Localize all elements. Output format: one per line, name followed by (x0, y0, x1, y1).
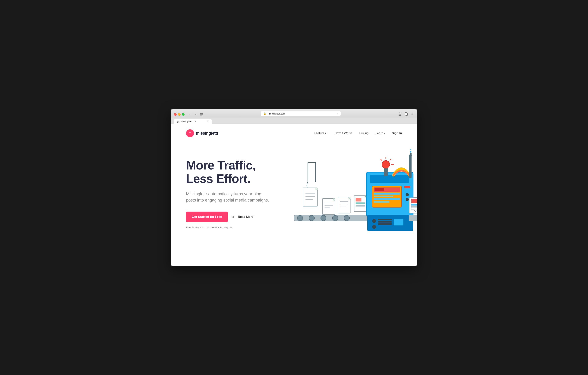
chevron-down-icon-2: ▾ (384, 132, 385, 135)
svg-rect-57 (404, 186, 410, 188)
traffic-lights (174, 113, 185, 116)
svg-point-41 (382, 160, 390, 168)
svg-rect-47 (410, 153, 411, 157)
logo[interactable]: " missinglettr (186, 129, 218, 137)
svg-point-49 (410, 149, 411, 150)
logo-icon: " (186, 129, 194, 137)
svg-rect-36 (356, 205, 365, 207)
svg-rect-0 (200, 113, 203, 114)
svg-point-9 (309, 215, 315, 221)
chevron-down-icon: ▾ (326, 132, 328, 135)
nav-item-pricing[interactable]: Pricing (359, 132, 369, 135)
svg-rect-34 (356, 198, 361, 201)
svg-rect-39 (370, 175, 409, 183)
svg-rect-66 (394, 219, 403, 225)
svg-line-43 (390, 159, 391, 160)
nav-label-how-it-works: How It Works (335, 132, 353, 135)
url-text: missinglettr.com (268, 112, 285, 115)
page-content: " missinglettr Features ▾ How It Works (171, 124, 417, 266)
svg-rect-4 (405, 113, 407, 115)
hero-or-text: or (231, 215, 234, 219)
forward-button[interactable]: › (193, 112, 198, 116)
tab-close-icon[interactable]: ✕ (207, 120, 209, 123)
svg-text:": " (189, 131, 191, 135)
hero-title-line1: More Traffic, (186, 158, 256, 172)
svg-rect-2 (200, 115, 202, 115)
svg-point-8 (297, 215, 303, 221)
maximize-button[interactable] (182, 113, 185, 116)
hero-illustration (288, 143, 417, 253)
nav-label-learn: Learn (376, 132, 383, 135)
nav-label-sign-in: Sign In (392, 132, 402, 135)
hero-note: Free 14-day trial No credit card require… (186, 226, 284, 229)
svg-rect-53 (374, 196, 393, 197)
logo-text: missinglettr (196, 131, 218, 136)
svg-rect-35 (356, 202, 365, 204)
nav-buttons: ‹ › (187, 112, 204, 116)
svg-point-59 (406, 198, 409, 201)
share-button[interactable] (398, 112, 402, 117)
hero-title-line2: Less Effort. (186, 172, 251, 186)
svg-point-48 (410, 151, 411, 153)
svg-rect-63 (378, 219, 392, 220)
svg-rect-55 (374, 201, 389, 203)
clear-url-icon[interactable]: ✕ (336, 112, 338, 115)
svg-rect-28 (338, 197, 351, 213)
svg-rect-69 (411, 199, 417, 203)
hero-subtitle: Missinglettr automatically turns your bl… (186, 191, 269, 203)
svg-point-11 (332, 215, 338, 221)
browser-window: ‹ › 🔒 missinglettr.com ✕ (171, 109, 417, 266)
hero-note-credit: No credit card (207, 226, 223, 229)
svg-point-58 (406, 193, 409, 196)
copy-button[interactable] (404, 112, 409, 117)
nav-label-features: Features (314, 132, 326, 135)
hero-note-free: Free (186, 226, 191, 229)
svg-rect-23 (322, 199, 335, 214)
svg-point-12 (344, 215, 349, 221)
hero-cta: Get Started for Free or Read More (186, 211, 284, 222)
lock-icon: 🔒 (263, 112, 266, 115)
svg-rect-54 (374, 198, 400, 200)
hero-title: More Traffic, Less Effort. (186, 159, 284, 185)
machine-illustration (288, 143, 417, 253)
nav-item-features[interactable]: Features ▾ (314, 132, 328, 135)
svg-rect-56 (375, 188, 384, 191)
svg-point-10 (321, 215, 326, 221)
hero-section: More Traffic, Less Effort. Missinglettr … (171, 143, 417, 253)
address-bar-container: 🔒 missinglettr.com ✕ (207, 111, 395, 118)
nav-links: Features ▾ How It Works Pricing (314, 132, 402, 135)
svg-rect-46 (409, 155, 411, 178)
read-more-link[interactable]: Read More (238, 215, 253, 219)
svg-rect-71 (411, 206, 417, 207)
svg-point-62 (372, 225, 376, 229)
svg-rect-72 (409, 215, 417, 221)
tab-title: missinglettr.com (181, 120, 197, 123)
site-nav: " missinglettr Features ▾ How It Works (171, 124, 417, 143)
tab-bar: 💬 missinglettr.com ✕ (171, 118, 417, 124)
toolbar-right: + (398, 112, 414, 117)
back-button[interactable]: ‹ (187, 112, 192, 116)
close-button[interactable] (174, 113, 177, 116)
nav-item-how-it-works[interactable]: How It Works (335, 132, 353, 135)
get-started-button[interactable]: Get Started for Free (186, 211, 228, 222)
svg-rect-70 (411, 204, 417, 206)
browser-chrome: ‹ › 🔒 missinglettr.com ✕ (171, 109, 417, 118)
svg-rect-52 (374, 193, 400, 195)
svg-rect-1 (200, 114, 203, 114)
nav-item-learn[interactable]: Learn ▾ (376, 132, 385, 135)
svg-point-61 (372, 219, 376, 223)
tab-favicon: 💬 (177, 121, 179, 123)
active-tab[interactable]: 💬 missinglettr.com ✕ (174, 119, 212, 124)
svg-line-45 (380, 159, 382, 160)
hero-content: More Traffic, Less Effort. Missinglettr … (186, 159, 284, 229)
svg-rect-18 (303, 188, 317, 207)
nav-item-sign-in[interactable]: Sign In (392, 132, 402, 135)
address-bar[interactable]: 🔒 missinglettr.com ✕ (261, 111, 341, 116)
sidebar-button[interactable] (199, 112, 204, 116)
add-tab-button[interactable]: + (410, 112, 414, 117)
svg-rect-64 (378, 221, 392, 222)
svg-rect-65 (378, 223, 392, 225)
nav-label-pricing: Pricing (359, 132, 369, 135)
minimize-button[interactable] (178, 113, 180, 116)
